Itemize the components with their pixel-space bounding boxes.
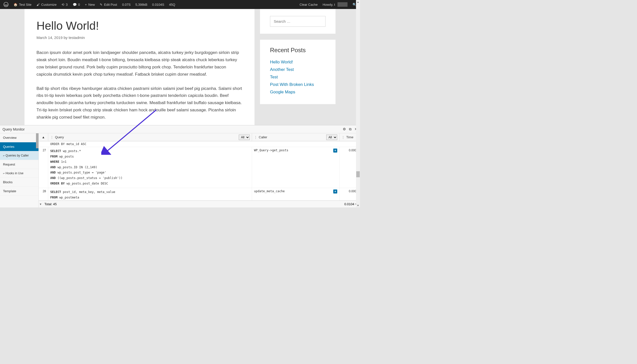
clear-cache-label: Clear Cache <box>300 3 318 6</box>
recent-post-link[interactable]: Test <box>270 75 278 80</box>
post-title: Hello World! <box>37 19 243 32</box>
search-widget <box>260 9 335 34</box>
qm-col-query-label: Query <box>55 135 64 139</box>
query-monitor-panel: Query Monitor ⚙ ⧉ ✕ Overview Queries ⌐ Q… <box>0 125 360 208</box>
page-background: Hello World! March 14, 2019 by testadmin… <box>0 9 360 125</box>
qm-nav-template[interactable]: Template <box>0 187 39 196</box>
dashboard-icon: 🏠 <box>14 3 18 6</box>
scroll-down-icon[interactable]: ▼ <box>356 204 360 208</box>
qm-col-num[interactable]: ▲ <box>39 133 48 141</box>
stat-memory: 5,398kB <box>135 3 147 6</box>
table-row: 27 SELECT wp_posts.* FROM wp_posts WHERE… <box>39 147 360 188</box>
qm-nav: Overview Queries ⌐ Queries by Caller Req… <box>0 133 39 208</box>
row-caller: WP_Query->get_posts+ <box>252 147 339 188</box>
recent-post-link[interactable]: Post With Broken Links <box>270 82 314 87</box>
main-content: Hello World! March 14, 2019 by testadmin… <box>25 9 255 125</box>
qm-table-header: ▲ ⋮ Query All ⋮ Caller All ⋮ <box>39 133 360 141</box>
qm-caller-filter[interactable]: All <box>326 134 337 140</box>
stat-queries: 45Q <box>169 3 175 6</box>
row-num: 28 <box>39 188 48 200</box>
query-monitor-stats[interactable]: 0.07S 5,398kB 0.0104S 45Q <box>119 0 177 9</box>
qm-col-caller-label: Caller <box>259 135 267 139</box>
widget-title: Recent Posts <box>270 47 325 54</box>
qm-query-filter[interactable]: All <box>239 134 250 140</box>
row-query: SELECT wp_posts.* FROM wp_posts WHERE 1=… <box>48 147 252 188</box>
browser-scrollbar[interactable]: ▲ ▼ <box>356 0 360 208</box>
wp-logo[interactable] <box>1 0 11 9</box>
plus-icon: + <box>85 3 87 6</box>
row-caller: update_meta_cache+ <box>252 188 339 200</box>
expand-button[interactable]: + <box>333 190 337 194</box>
qm-table-body[interactable]: ORDER BY meta_id ASC 27 SELECT wp_posts.… <box>39 141 360 200</box>
qm-nav-blocks[interactable]: Blocks <box>0 178 39 187</box>
qm-nav-hooks-in-use[interactable]: ⌐ Hooks in Use <box>0 169 39 178</box>
scroll-up-icon[interactable]: ▲ <box>356 0 360 4</box>
clear-cache-link[interactable]: Clear Cache <box>297 0 320 9</box>
table-row: 28 SELECT post_id, meta_key, meta_value … <box>39 188 360 200</box>
site-name-link[interactable]: 🏠 Test Site <box>11 0 34 9</box>
search-input[interactable] <box>270 16 325 27</box>
qm-nav-queries[interactable]: Queries <box>0 142 39 151</box>
updates-count: 3 <box>66 3 68 6</box>
qm-nav-overview[interactable]: Overview <box>0 133 39 142</box>
comments-link[interactable]: 💬 0 <box>70 0 83 9</box>
qm-col-caller[interactable]: ⋮ Caller All <box>252 133 339 141</box>
qm-nav-queries-by-caller[interactable]: ⌐ Queries by Caller <box>0 151 39 160</box>
howdy-label: Howdy, t <box>322 3 335 6</box>
stat-time: 0.07S <box>122 3 130 6</box>
qm-col-query[interactable]: ⋮ Query All <box>48 133 252 141</box>
gear-icon[interactable]: ⚙ <box>343 127 346 131</box>
brush-icon: 🖌 <box>37 3 40 6</box>
update-icon: ⟲ <box>62 3 64 6</box>
edit-post-label: Edit Post <box>104 3 117 6</box>
qm-row-truncated: ORDER BY meta_id ASC <box>39 141 360 147</box>
row-query: SELECT post_id, meta_key, meta_value FRO… <box>48 188 252 200</box>
recent-post-link[interactable]: Google Maps <box>270 90 295 94</box>
chevron-down-icon[interactable]: ▾ <box>40 202 42 206</box>
wp-admin-bar: 🏠 Test Site 🖌 Customize ⟲ 3 💬 0 + New ✎ <box>0 0 360 9</box>
stat-db-time: 0.0104S <box>152 3 164 6</box>
qm-footer-time: 0.0104 <box>344 202 354 206</box>
wordpress-icon <box>4 2 9 7</box>
updates-link[interactable]: ⟲ 3 <box>59 0 70 9</box>
post-paragraph: Bacon ipsum dolor amet pork loin landjae… <box>37 49 243 78</box>
post-meta: March 14, 2019 by testadmin <box>37 36 243 40</box>
sidebar: Recent Posts Hello World! Another Test T… <box>260 9 335 125</box>
qm-total: Total: 45 <box>45 202 57 206</box>
comments-count: 0 <box>78 3 80 6</box>
qm-footer: ▾ Total: 45 0.0104 ▾ <box>39 200 360 208</box>
new-label: New <box>88 3 95 6</box>
scroll-thumb[interactable] <box>356 171 360 177</box>
recent-post-link[interactable]: Hello World! <box>270 60 293 64</box>
avatar <box>337 2 347 7</box>
edit-post-link[interactable]: ✎ Edit Post <box>97 0 119 9</box>
post-paragraph: Ball tip short ribs ribeye hamburger alc… <box>37 85 243 121</box>
qm-title: Query Monitor <box>3 127 25 131</box>
customize-label: Customize <box>41 3 57 6</box>
site-name: Test Site <box>19 3 32 6</box>
customize-link[interactable]: 🖌 Customize <box>34 0 59 9</box>
row-num: 27 <box>39 147 48 188</box>
qm-col-time-label: Time <box>346 135 353 139</box>
recent-post-link[interactable]: Another Test <box>270 67 294 72</box>
new-content-link[interactable]: + New <box>83 0 98 9</box>
qm-main: ▲ ⋮ Query All ⋮ Caller All ⋮ <box>39 133 360 208</box>
qm-nav-request[interactable]: Request <box>0 160 39 169</box>
comment-icon: 💬 <box>73 3 77 6</box>
recent-posts-widget: Recent Posts Hello World! Another Test T… <box>260 40 335 104</box>
popout-icon[interactable]: ⧉ <box>349 127 351 131</box>
pencil-icon: ✎ <box>100 3 103 6</box>
expand-button[interactable]: + <box>333 148 337 152</box>
qm-header: Query Monitor ⚙ ⧉ ✕ <box>0 125 360 133</box>
user-menu[interactable]: Howdy, t <box>320 0 350 9</box>
